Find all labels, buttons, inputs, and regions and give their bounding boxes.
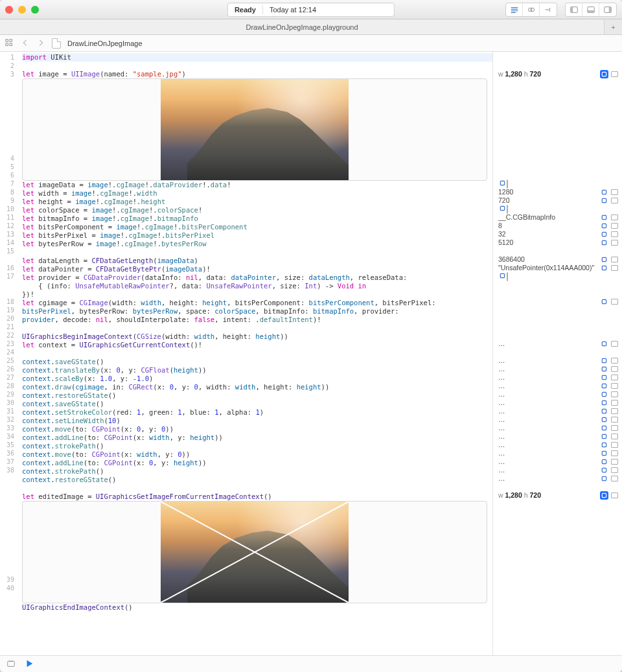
result-value[interactable]: …: [498, 382, 618, 390]
result-box-icon[interactable]: [507, 180, 508, 189]
result-value[interactable]: …: [498, 356, 618, 365]
standard-editor-button[interactable]: [506, 3, 523, 16]
breadcrumb-file[interactable]: DrawLineOnJpegImage: [67, 40, 143, 47]
execute-button[interactable]: [25, 659, 34, 669]
quicklook-icon[interactable]: [498, 179, 507, 187]
result-value[interactable]: …: [498, 449, 618, 458]
quicklook-icon[interactable]: [600, 424, 608, 432]
quicklook-icon[interactable]: [600, 382, 608, 390]
quicklook-icon[interactable]: [600, 255, 608, 264]
result-box-icon[interactable]: [611, 442, 618, 448]
result-box-icon[interactable]: [611, 299, 618, 305]
result-box-icon[interactable]: [611, 198, 618, 203]
result-box-icon[interactable]: [611, 408, 618, 414]
close-button[interactable]: [5, 6, 13, 14]
result-value[interactable]: 32: [498, 230, 618, 238]
result-value[interactable]: 1280: [498, 188, 618, 196]
result-box-icon[interactable]: [611, 459, 618, 465]
quicklook-icon[interactable]: [600, 399, 608, 407]
result-value[interactable]: …: [498, 441, 618, 449]
quicklook-icon[interactable]: [600, 491, 608, 500]
result-value[interactable]: …: [498, 466, 618, 474]
result-box-icon[interactable]: [611, 383, 618, 389]
result-box-icon[interactable]: [611, 467, 618, 473]
source-editor[interactable]: 1234567891011121314151617181920212223242…: [0, 52, 492, 655]
minimize-button[interactable]: [18, 6, 26, 14]
quicklook-icon[interactable]: [600, 340, 608, 348]
result-box-icon[interactable]: [611, 358, 618, 364]
result-box-icon[interactable]: [611, 231, 618, 237]
result-value[interactable]: w 1,280 h 720: [498, 70, 618, 78]
version-editor-button[interactable]: [540, 3, 557, 16]
result-value[interactable]: …: [498, 432, 618, 441]
result-value[interactable]: w 1,280 h 720: [498, 491, 618, 500]
result-value[interactable]: …: [498, 474, 618, 483]
quicklook-icon[interactable]: [600, 373, 608, 382]
tab-playground[interactable]: DrawLineOnJpegImage.playground: [0, 19, 604, 34]
result-value[interactable]: [498, 180, 618, 188]
related-items-icon[interactable]: [5, 38, 14, 49]
result-box-icon[interactable]: [507, 272, 508, 281]
result-value[interactable]: [498, 297, 618, 306]
quicklook-icon[interactable]: [498, 272, 507, 280]
left-pane-button[interactable]: [566, 3, 582, 16]
result-box-icon[interactable]: [611, 257, 618, 262]
result-value[interactable]: …: [498, 424, 618, 432]
result-value[interactable]: 5120: [498, 238, 618, 247]
result-value[interactable]: …: [498, 458, 618, 466]
result-box-icon[interactable]: [611, 492, 618, 498]
result-value[interactable]: …: [498, 415, 618, 424]
forward-button[interactable]: [36, 38, 45, 49]
quicklook-icon[interactable]: [600, 356, 608, 365]
assistant-editor-button[interactable]: [523, 3, 540, 16]
result-box-icon[interactable]: [507, 205, 508, 214]
code-area[interactable]: import UIKit let image = UIImage(named: …: [18, 52, 492, 655]
result-box-icon[interactable]: [611, 400, 618, 406]
quicklook-icon[interactable]: [600, 222, 608, 230]
result-box-icon[interactable]: [611, 341, 618, 347]
result-box-icon[interactable]: [611, 375, 618, 380]
quicklook-icon[interactable]: [600, 188, 608, 196]
quicklook-icon[interactable]: [600, 407, 608, 415]
result-value[interactable]: …: [498, 407, 618, 415]
quicklook-icon[interactable]: [600, 238, 608, 247]
result-box-icon[interactable]: [611, 265, 618, 271]
result-value[interactable]: [498, 205, 618, 213]
result-value[interactable]: …: [498, 340, 618, 348]
result-box-icon[interactable]: [611, 366, 618, 372]
new-tab-button[interactable]: +: [604, 19, 622, 35]
quicklook-icon[interactable]: [600, 441, 608, 449]
result-value[interactable]: …: [498, 399, 618, 407]
quicklook-icon[interactable]: [600, 365, 608, 373]
result-value[interactable]: [498, 272, 618, 281]
result-box-icon[interactable]: [611, 189, 618, 195]
activity-pill[interactable]: Ready Today at 12:14: [227, 3, 395, 17]
result-value[interactable]: …: [498, 390, 618, 399]
bottom-pane-button[interactable]: [582, 3, 599, 16]
result-box-icon[interactable]: [611, 391, 618, 397]
quicklook-icon[interactable]: [600, 466, 608, 474]
toggle-debug-button[interactable]: [6, 659, 16, 669]
quicklook-icon[interactable]: [600, 474, 608, 483]
result-value[interactable]: 3686400: [498, 255, 618, 264]
zoom-button[interactable]: [31, 6, 39, 14]
result-box-icon[interactable]: [611, 434, 618, 439]
result-value[interactable]: …: [498, 365, 618, 373]
result-value[interactable]: …: [498, 373, 618, 382]
result-box-icon[interactable]: [611, 476, 618, 481]
result-box-icon[interactable]: [611, 450, 618, 456]
quicklook-icon[interactable]: [600, 415, 608, 424]
result-box-icon[interactable]: [611, 417, 618, 423]
quicklook-icon[interactable]: [600, 230, 608, 238]
quicklook-icon[interactable]: [600, 70, 608, 78]
back-button[interactable]: [21, 38, 30, 49]
quicklook-icon[interactable]: [600, 390, 608, 399]
quicklook-icon[interactable]: [600, 458, 608, 466]
quicklook-icon[interactable]: [600, 213, 608, 222]
result-box-icon[interactable]: [611, 425, 618, 431]
result-value[interactable]: __C.CGBitmapInfo: [498, 213, 618, 222]
quicklook-icon[interactable]: [600, 432, 608, 441]
result-box-icon[interactable]: [611, 214, 618, 220]
quicklook-icon[interactable]: [600, 297, 608, 306]
right-pane-button[interactable]: [599, 3, 616, 16]
